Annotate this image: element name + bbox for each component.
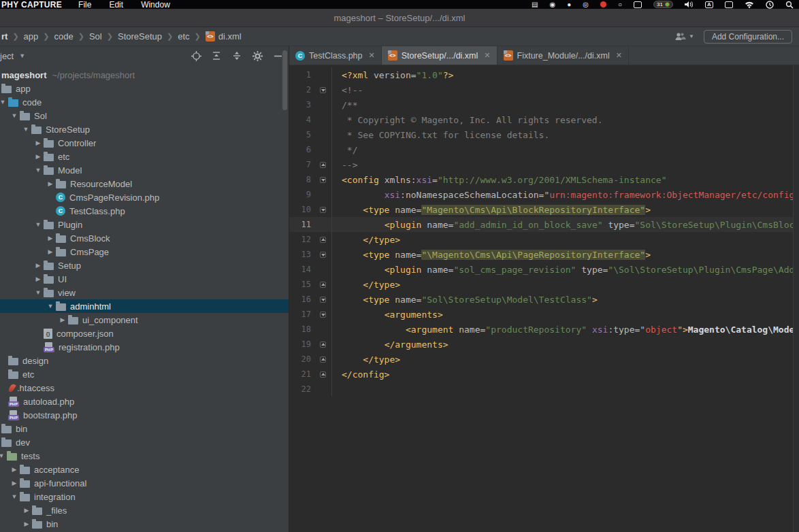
fold-end-icon[interactable] xyxy=(320,162,326,168)
project-tree-scrollbar[interactable] xyxy=(282,50,287,110)
fold-gutter[interactable] xyxy=(314,277,332,292)
code-line-4[interactable]: 4 * Copyright © Magento, Inc. All rights… xyxy=(289,112,799,127)
breadcrumb-di-xml[interactable]: <>di.xml xyxy=(206,31,242,41)
tree-item-cmspage[interactable]: ▶CmsPage xyxy=(0,245,289,259)
calendar-pill[interactable]: 31 xyxy=(653,1,673,8)
wifi-icon[interactable] xyxy=(745,1,754,8)
expand-all-icon[interactable] xyxy=(211,50,222,61)
menu-edit[interactable]: Edit xyxy=(109,0,123,9)
code-line-20[interactable]: 20 </type> xyxy=(289,352,799,367)
fold-gutter[interactable] xyxy=(314,172,332,187)
hide-panel-icon[interactable] xyxy=(272,50,283,61)
fold-gutter[interactable] xyxy=(314,292,332,307)
code-line-13[interactable]: 13 <type name="\Magento\Cms\Api\PageRepo… xyxy=(289,247,799,262)
fold-end-icon[interactable] xyxy=(320,371,326,378)
tree-item-etc[interactable]: etc xyxy=(0,367,289,381)
code-line-6[interactable]: 6 */ xyxy=(289,142,799,157)
chevron-right-icon[interactable]: ▶ xyxy=(45,180,56,187)
close-tab-icon[interactable]: ✕ xyxy=(484,51,490,60)
chevron-right-icon[interactable]: ▶ xyxy=(9,466,20,473)
code-line-17[interactable]: 17 <arguments> xyxy=(289,307,799,322)
code-line-7[interactable]: 7--> xyxy=(289,157,799,172)
chevron-right-icon[interactable]: ▶ xyxy=(45,235,56,242)
tree-item-root-mageshort[interactable]: mageshort~/projects/mageshort xyxy=(0,68,289,82)
fold-gutter[interactable] xyxy=(314,307,332,322)
fold-end-icon[interactable] xyxy=(320,282,326,288)
code-line-14[interactable]: 14 <plugin name="sol_cms_page_revision" … xyxy=(289,262,799,277)
menu-file[interactable]: File xyxy=(78,0,91,9)
add-configuration-button[interactable]: Add Configuration... xyxy=(704,30,792,44)
window-manager-icon[interactable] xyxy=(725,1,733,8)
settings-gear-icon[interactable] xyxy=(252,50,263,61)
chevron-right-icon[interactable]: ▶ xyxy=(33,262,44,269)
code-line-1[interactable]: 1<?xml version="1.0"?> xyxy=(289,67,799,82)
chevron-down-icon[interactable]: ▼ xyxy=(9,112,20,119)
tree-item-sol[interactable]: ▼Sol xyxy=(0,109,289,122)
tree-item-model[interactable]: ▼Model xyxy=(0,163,289,177)
chevron-right-icon[interactable]: ▶ xyxy=(9,480,20,486)
code-line-5[interactable]: 5 * See COPYING.txt for license details. xyxy=(289,127,799,142)
code-line-22[interactable]: 22 xyxy=(289,382,799,397)
capture-app-icon[interactable]: ▤ xyxy=(532,0,538,9)
tree-item-ui[interactable]: ▶UI xyxy=(0,272,289,286)
code-line-21[interactable]: 21</config> xyxy=(289,367,799,382)
tree-item-etc[interactable]: ▶etc xyxy=(0,150,289,163)
tree-item-files[interactable]: ▶_files xyxy=(0,503,289,517)
chevron-down-icon[interactable]: ▼ xyxy=(9,493,20,500)
tree-item-cmsblock[interactable]: ▶CmsBlock xyxy=(0,231,289,245)
tree-item-cmspagerevision-php[interactable]: CCmsPageRevision.php xyxy=(0,190,289,204)
window-title-bar[interactable]: mageshort – StoreSetup/.../di.xml xyxy=(0,9,799,27)
fold-collapse-icon[interactable] xyxy=(320,252,326,258)
code-line-9[interactable]: 9 xsi:noNamespaceSchemaLocation="urn:mag… xyxy=(289,187,799,202)
locate-icon[interactable] xyxy=(191,50,201,61)
fold-gutter[interactable] xyxy=(314,247,332,262)
code-line-11[interactable]: 11 <plugin name="add_admin_id_on_block_s… xyxy=(289,217,799,232)
tree-item-testclass-php[interactable]: CTestClass.php xyxy=(0,204,289,218)
tree-item-dev[interactable]: dev xyxy=(0,435,289,449)
fold-end-icon[interactable] xyxy=(320,356,326,363)
code-line-10[interactable]: 10 <type name="Magento\Cms\Api\BlockRepo… xyxy=(289,202,799,217)
chevron-right-icon[interactable]: ▶ xyxy=(57,316,68,323)
tree-item-tests[interactable]: ▼tests xyxy=(0,449,289,463)
breadcrumb-etc[interactable]: etc xyxy=(178,31,189,41)
tab-testclass-php[interactable]: CTestClass.php✕ xyxy=(289,46,382,65)
chevron-right-icon[interactable]: ▶ xyxy=(45,248,56,255)
tree-item-app[interactable]: app xyxy=(0,82,289,95)
code-line-16[interactable]: 16 <type name="Sol\StoreSetup\Model\Test… xyxy=(289,292,799,307)
tree-item-design[interactable]: design xyxy=(0,354,289,367)
code-line-2[interactable]: 2<!-- xyxy=(289,82,799,97)
tree-item-controller[interactable]: ▶Controller xyxy=(0,136,289,150)
tree-item-autoload-php[interactable]: PHPautoload.php xyxy=(0,395,289,408)
close-tab-icon[interactable]: ✕ xyxy=(369,51,375,60)
breadcrumb-storesetup[interactable]: StoreSetup xyxy=(118,31,162,41)
tree-item-api-functional[interactable]: ▶api-functional xyxy=(0,476,289,490)
info-status-icon[interactable]: ◉ xyxy=(550,0,556,9)
fold-collapse-icon[interactable] xyxy=(320,87,326,93)
tree-item-setup[interactable]: ▶Setup xyxy=(0,259,289,272)
circle-status-icon[interactable]: ● xyxy=(567,0,571,9)
fold-gutter[interactable] xyxy=(314,367,332,382)
menubar-app-name[interactable]: PHY CAPTURE xyxy=(0,0,62,9)
chevron-down-icon[interactable]: ▼ xyxy=(33,167,44,173)
editor-error-stripe[interactable] xyxy=(793,65,799,532)
fold-end-icon[interactable] xyxy=(320,342,326,348)
fold-collapse-icon[interactable] xyxy=(320,207,326,213)
tree-item-view[interactable]: ▼view xyxy=(0,286,289,299)
chevron-right-icon[interactable]: ▶ xyxy=(21,507,32,514)
breadcrumb-rt[interactable]: rt xyxy=(1,31,7,41)
breadcrumb-sol[interactable]: Sol xyxy=(89,31,102,41)
tree-item-ui-component[interactable]: ▶ui_component xyxy=(0,313,289,327)
code-line-8[interactable]: 8<config xmlns:xsi="http://www.w3.org/20… xyxy=(289,172,799,187)
chevron-right-icon[interactable]: ▶ xyxy=(33,153,44,160)
breadcrumb-app[interactable]: app xyxy=(24,31,39,41)
input-source-icon[interactable]: A xyxy=(705,1,713,8)
fold-gutter[interactable] xyxy=(314,157,332,172)
code-line-18[interactable]: 18 <argument name="productRepository" xs… xyxy=(289,322,799,337)
ring-status-icon[interactable]: ○ xyxy=(618,0,622,9)
run-with-coverage-users-icon[interactable]: ▼ xyxy=(674,32,694,41)
fold-gutter[interactable] xyxy=(314,202,332,217)
chevron-right-icon[interactable]: ▶ xyxy=(33,139,44,146)
close-tab-icon[interactable]: ✕ xyxy=(616,51,622,60)
fold-collapse-icon[interactable] xyxy=(320,297,326,303)
intention-lightbulb-icon[interactable] xyxy=(337,220,345,229)
